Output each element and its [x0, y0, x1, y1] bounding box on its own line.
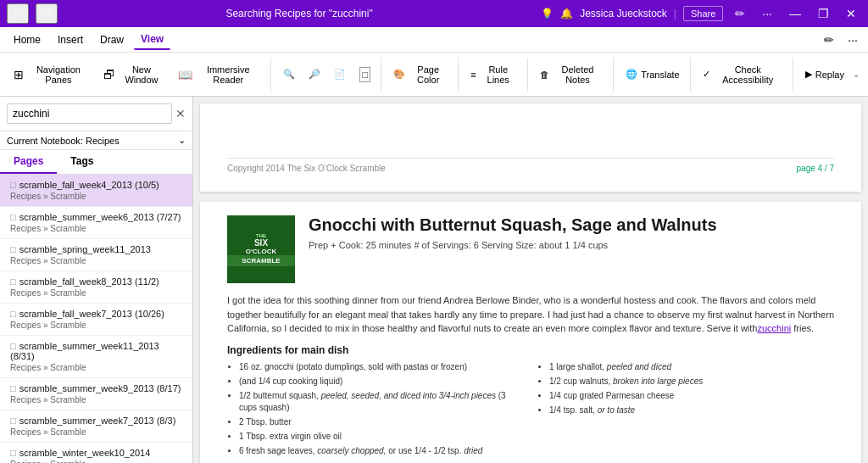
app-title: Searching Recipes for "zucchini" — [58, 8, 541, 20]
full-page-icon: □ — [359, 67, 370, 82]
search-zoom-button[interactable]: 🔍 — [278, 66, 300, 82]
page-icon: □ — [10, 309, 16, 319]
list-item: 6 fresh sage leaves, coarsely chopped, o… — [239, 445, 524, 457]
tab-pages[interactable]: Pages — [0, 150, 57, 174]
page-width-button[interactable]: 📄 — [329, 66, 351, 82]
bell-icon: 🔔 — [560, 8, 573, 20]
immersive-reader-icon: 📖 — [178, 68, 192, 81]
ingredients-header: Ingredients for main dish — [227, 344, 834, 356]
close-button[interactable]: ✕ — [841, 5, 861, 22]
rule-lines-label: Rule Lines — [480, 64, 517, 85]
tab-tags[interactable]: Tags — [57, 150, 107, 174]
result-title: □scramble_summer_week11_2013 (8/31) — [10, 341, 182, 361]
ribbon-group-show: ⊞ Navigation Panes 🗗 New Window 📖 Immers… — [3, 58, 271, 92]
search-icon: 🔍 — [283, 69, 295, 80]
title-bar-left: ← → — [7, 3, 58, 24]
title-bar-right: 💡 🔔 Jessica Jueckstock | Share ✏ ··· — ❐… — [541, 5, 861, 22]
sidebar: ✕ Current Notebook: Recipes ⌄ Pages Tags… — [0, 97, 193, 463]
page-number: page 4 / 7 — [797, 164, 834, 173]
navigation-panes-button[interactable]: ⊞ Navigation Panes — [8, 62, 95, 87]
page-color-button[interactable]: 🎨 Page Color — [388, 62, 453, 87]
restore-button[interactable]: ❐ — [813, 5, 834, 22]
translate-button[interactable]: 🌐 Translate — [620, 66, 684, 82]
result-title: □scramble_winter_week10_2014 — [10, 448, 182, 458]
check-accessibility-label: Check Accessibility — [714, 64, 782, 85]
list-item: 1/2 cup walnuts, broken into large piece… — [549, 376, 834, 388]
list-item[interactable]: □scramble_summer_week6_2013 (7/27) Recip… — [0, 207, 192, 239]
user-name: Jessica Jueckstock — [580, 8, 667, 20]
rule-lines-icon: ≡ — [470, 70, 476, 80]
result-title: □scramble_summer_week9_2013 (8/17) — [10, 383, 182, 393]
list-item[interactable]: □scramble_summer_week7_2013 (8/3) Recipe… — [0, 410, 192, 443]
minimize-button[interactable]: — — [784, 5, 806, 22]
list-item[interactable]: □scramble_spring_week11_2013 Recipes » S… — [0, 239, 192, 271]
content-area[interactable]: Copyright 2014 The Six O'Clock Scramble … — [193, 97, 868, 463]
pen-edit-icon[interactable]: ✏ — [821, 31, 837, 48]
copyright-text: Copyright 2014 The Six O'Clock Scramble — [227, 164, 386, 173]
menu-home[interactable]: Home — [7, 31, 47, 49]
result-path: Recipes » Scramble — [10, 224, 182, 233]
more-menu-icon[interactable]: ··· — [844, 31, 861, 48]
recipe-desc-suffix: fries. — [791, 323, 814, 333]
recipe-zucchini-highlight: zucchini — [758, 323, 792, 333]
rule-lines-button[interactable]: ≡ Rule Lines — [465, 62, 522, 87]
ribbon-group-translate: 🌐 Translate — [615, 58, 690, 92]
ribbon-group-rule-lines: ≡ Rule Lines — [460, 58, 528, 92]
immersive-reader-label: Immersive Reader — [196, 64, 260, 85]
menu-draw[interactable]: Draw — [93, 31, 131, 49]
ribbon-group-deleted: 🗑 Deleted Notes — [530, 58, 615, 92]
replay-button[interactable]: ▶ Replay — [800, 66, 849, 82]
list-item[interactable]: □scramble_winter_week10_2014 Recipes » S… — [0, 443, 192, 463]
list-item[interactable]: □scramble_summer_week9_2013 (8/17) Recip… — [0, 378, 192, 410]
pen-icon[interactable]: ✏ — [730, 5, 750, 22]
search-clear-button[interactable]: ✕ — [175, 107, 186, 120]
result-path: Recipes » Scramble — [10, 321, 182, 330]
replay-label: Replay — [815, 70, 844, 80]
immersive-reader-button[interactable]: 📖 Immersive Reader — [173, 62, 265, 87]
page-card-2: THE SIX O'CLOCK SCRAMBLE Gnocchi with Bu… — [200, 202, 861, 463]
list-item[interactable]: □scramble_fall_week8_2013 (11/2) Recipes… — [0, 271, 192, 304]
lightbulb-icon: 💡 — [541, 8, 554, 20]
replay-icon: ▶ — [805, 69, 812, 80]
deleted-notes-button[interactable]: 🗑 Deleted Notes — [535, 62, 609, 87]
title-bar: ← → Searching Recipes for "zucchini" 💡 🔔… — [0, 0, 868, 27]
forward-button[interactable]: → — [36, 3, 58, 24]
recipe-title-area: Gnocchi with Butternut Squash, Sage and … — [309, 215, 834, 257]
divider: | — [674, 8, 676, 20]
result-title: □scramble_summer_week7_2013 (8/3) — [10, 416, 182, 426]
menu-insert[interactable]: Insert — [51, 31, 90, 49]
more-options-button[interactable]: ··· — [757, 5, 777, 22]
page-icon: □ — [10, 383, 16, 393]
result-title: □scramble_fall_week7_2013 (10/26) — [10, 309, 182, 319]
list-item: 16 oz. gnocchi (potato dumplings, sold w… — [239, 361, 524, 373]
list-item[interactable]: □scramble_summer_week11_2013 (8/31) Reci… — [0, 336, 192, 378]
list-item[interactable]: □scramble_fall_week4_2013 (10/5) Recipes… — [0, 175, 192, 207]
ribbon-more-chevron[interactable]: ⌄ — [853, 58, 860, 92]
list-item[interactable]: □scramble_fall_week7_2013 (10/26) Recipe… — [0, 304, 192, 336]
recipe-meta: Prep + Cook: 25 minutes # of Servings: 6… — [309, 240, 834, 250]
share-button[interactable]: Share — [683, 6, 723, 21]
notebook-selector[interactable]: Current Notebook: Recipes ⌄ — [0, 131, 192, 150]
menu-bar: Home Insert Draw View ✏ ··· — [0, 27, 868, 53]
new-window-button[interactable]: 🗗 New Window — [98, 62, 170, 87]
page-width-icon: 📄 — [334, 69, 346, 80]
menu-view[interactable]: View — [134, 30, 170, 50]
back-button[interactable]: ← — [7, 3, 29, 24]
search-input[interactable] — [7, 103, 172, 124]
ingredients-left-col: 16 oz. gnocchi (potato dumplings, sold w… — [227, 361, 524, 460]
ribbon-group-zoom: 🔍 🔎 📄 □ — [273, 58, 381, 92]
recipe-title: Gnocchi with Butternut Squash, Sage and … — [309, 215, 834, 235]
result-path: Recipes » Scramble — [10, 192, 182, 201]
recipe-description: I got the idea for this soothing dinner … — [227, 293, 834, 336]
navigation-panes-label: Navigation Panes — [27, 64, 90, 85]
result-path: Recipes » Scramble — [10, 256, 182, 265]
full-page-button[interactable]: □ — [354, 64, 376, 85]
check-accessibility-button[interactable]: ✓ Check Accessibility — [698, 62, 787, 87]
list-item: 1 Tbsp. extra virgin olive oil — [239, 431, 524, 443]
result-path: Recipes » Scramble — [10, 288, 182, 298]
deleted-notes-label: Deleted Notes — [553, 64, 604, 85]
zoom-in-button[interactable]: 🔎 — [303, 66, 326, 82]
accessibility-icon: ✓ — [703, 69, 710, 80]
deleted-notes-icon: 🗑 — [540, 70, 549, 80]
page-color-icon: 🎨 — [393, 69, 405, 80]
